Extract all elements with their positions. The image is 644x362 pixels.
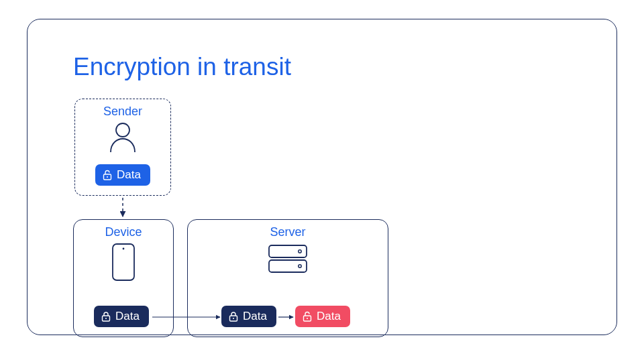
device-box: Device Data <box>73 219 174 337</box>
server-unlocked-pill: Data <box>295 306 350 327</box>
server-stack-icon <box>188 244 388 274</box>
device-label: Device <box>74 225 173 239</box>
svg-point-4 <box>123 248 125 250</box>
server-label: Server <box>188 225 388 239</box>
server-box: Server Data <box>187 219 388 337</box>
pill-text: Data <box>317 310 341 323</box>
sender-box: Sender Data <box>74 99 171 196</box>
sender-label: Sender <box>75 105 170 119</box>
diagram-canvas: Encryption in transit Sender Data Device <box>27 19 617 335</box>
svg-point-9 <box>299 250 301 253</box>
sender-data-pill: Data <box>95 164 150 186</box>
server-locked-pill: Data <box>221 306 276 327</box>
svg-point-14 <box>307 318 308 319</box>
diagram-title: Encryption in transit <box>73 53 291 81</box>
lock-open-icon <box>302 311 313 322</box>
person-icon <box>75 122 170 153</box>
device-data-pill: Data <box>94 306 149 327</box>
smartphone-icon <box>74 243 173 282</box>
svg-point-2 <box>107 176 108 178</box>
lock-closed-icon <box>228 311 239 322</box>
svg-point-12 <box>233 318 234 319</box>
svg-point-6 <box>105 318 107 319</box>
lock-closed-icon <box>101 311 111 322</box>
lock-open-icon <box>102 170 113 180</box>
pill-text: Data <box>115 310 140 323</box>
pill-text: Data <box>117 168 141 182</box>
pill-text: Data <box>243 310 267 323</box>
svg-point-10 <box>299 265 301 267</box>
svg-point-0 <box>116 123 129 137</box>
